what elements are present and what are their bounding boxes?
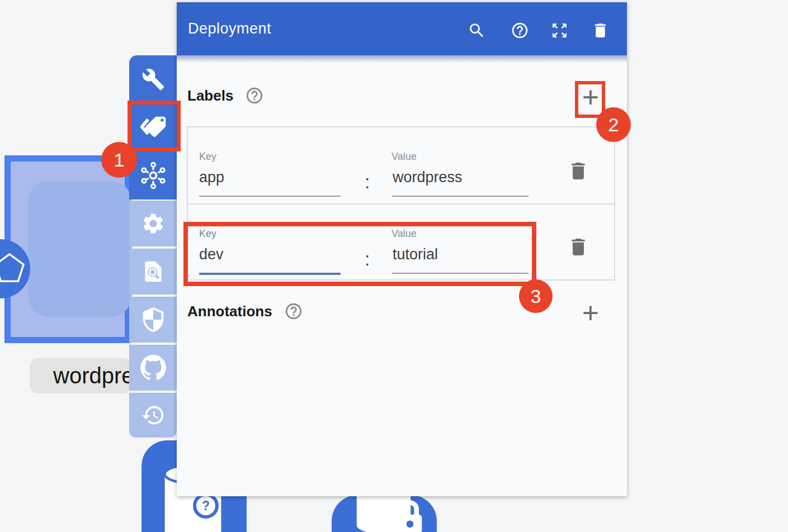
annotations-section-header: Annotations — [187, 302, 303, 321]
header-shadow — [177, 55, 627, 63]
callout-step-1-number: 1 — [114, 149, 125, 171]
toolbar-item-build[interactable] — [129, 55, 177, 103]
node-name-label: wordpress — [30, 358, 133, 393]
help-icon[interactable] — [245, 86, 264, 105]
add-annotation-button[interactable]: + — [577, 301, 604, 327]
toolbar-item-history[interactable] — [129, 393, 177, 438]
deployment-node-body — [28, 181, 132, 317]
app-canvas: wordpress ? — [0, 0, 788, 532]
key-field[interactable]: app — [199, 169, 224, 186]
github-icon — [140, 355, 166, 381]
annotations-title: Annotations — [187, 303, 272, 320]
callout-step-2-number: 2 — [608, 114, 619, 136]
delete-row-icon[interactable] — [567, 160, 589, 182]
file-search-icon — [141, 259, 166, 284]
toolbar-item-github[interactable] — [129, 345, 177, 391]
callout-step-2: 2 — [596, 107, 631, 142]
labels-section-header: Labels — [187, 86, 264, 105]
callout-step-1: 1 — [101, 142, 137, 178]
value-column-label: Value — [391, 151, 417, 163]
toolbar-item-inspect[interactable] — [129, 249, 177, 294]
pentagon-icon — [0, 253, 26, 285]
delete-row-icon[interactable] — [567, 236, 589, 258]
expand-icon[interactable] — [550, 21, 569, 40]
key-value-separator: : — [365, 171, 370, 193]
search-icon[interactable] — [468, 21, 486, 40]
panel-title: Deployment — [188, 2, 271, 55]
wrench-icon — [141, 68, 165, 91]
lock-icon — [392, 498, 428, 532]
labels-title: Labels — [187, 87, 233, 104]
hub-icon — [140, 162, 167, 189]
panel-header: Deployment — [177, 2, 627, 55]
value-field[interactable]: wordpress — [393, 169, 463, 186]
value-field-underline — [392, 196, 529, 197]
shield-icon — [141, 307, 166, 332]
gear-icon — [141, 211, 166, 236]
highlight-box-dev-row — [183, 222, 536, 286]
toolbar-item-security[interactable] — [129, 297, 177, 343]
delete-icon[interactable] — [591, 21, 610, 40]
question-badge-text: ? — [202, 498, 210, 514]
key-field-underline — [199, 196, 341, 197]
toolbar-item-settings[interactable] — [129, 201, 177, 246]
highlight-box-labels-tool — [128, 101, 181, 151]
key-column-label: Key — [199, 151, 216, 163]
help-icon[interactable] — [284, 302, 303, 321]
node-name-text: wordpress — [30, 358, 133, 393]
database-secret-node[interactable] — [332, 495, 437, 532]
callout-step-3-number: 3 — [531, 286, 541, 307]
callout-step-3: 3 — [519, 279, 553, 313]
history-icon — [141, 403, 166, 428]
help-icon[interactable] — [511, 21, 529, 40]
question-badge: ? — [193, 493, 219, 519]
label-row-app: Key app : Value wordpress — [188, 127, 614, 203]
